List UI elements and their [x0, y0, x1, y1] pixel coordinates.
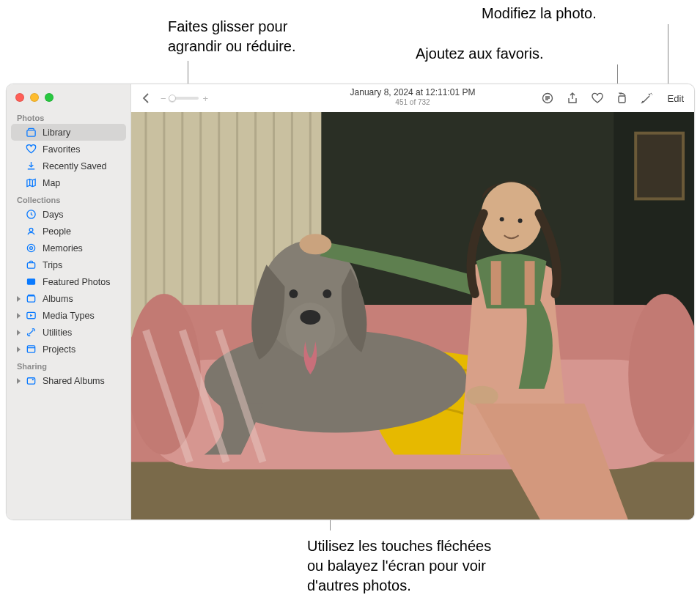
- main-content: − + January 8, 2024 at 12:11:01 PM 451 o…: [131, 84, 694, 519]
- photo-viewer[interactable]: [131, 112, 694, 519]
- zoom-slider[interactable]: [171, 97, 199, 100]
- sidebar-item-albums[interactable]: Albums: [11, 290, 126, 307]
- svg-point-37: [299, 234, 331, 254]
- favorite-button[interactable]: [590, 91, 605, 106]
- svg-rect-0: [27, 130, 35, 136]
- svg-rect-13: [619, 96, 625, 103]
- sidebar-item-library[interactable]: Library: [11, 124, 126, 141]
- svg-point-3: [30, 247, 33, 250]
- people-icon: [26, 226, 37, 237]
- shared-albums-icon: [26, 375, 37, 386]
- svg-rect-40: [525, 261, 535, 305]
- svg-point-41: [481, 182, 542, 252]
- download-icon: [26, 160, 37, 171]
- window-controls: [7, 84, 130, 109]
- library-icon: [26, 127, 37, 138]
- memories-icon: [26, 243, 37, 254]
- fullscreen-window-button[interactable]: [45, 93, 54, 102]
- sidebar-item-label: Recently Saved: [43, 161, 120, 171]
- close-window-button[interactable]: [15, 93, 24, 102]
- map-icon: [26, 177, 37, 188]
- svg-rect-5: [27, 263, 34, 269]
- back-button[interactable]: [139, 90, 155, 106]
- sidebar-item-memories[interactable]: Memories: [11, 240, 126, 256]
- sidebar-item-utilities[interactable]: Utilities: [11, 324, 126, 341]
- svg-rect-27: [635, 133, 683, 199]
- sidebar-item-label: Shared Albums: [43, 376, 120, 386]
- albums-icon: [26, 293, 37, 304]
- sidebar-item-trips[interactable]: Trips: [11, 256, 126, 273]
- callout-navigate: Utilisez les touches fléchées ou balayez…: [307, 536, 491, 596]
- sidebar-item-label: Days: [43, 210, 120, 220]
- svg-rect-9: [27, 346, 34, 352]
- sidebar-item-favorites[interactable]: Favorites: [11, 141, 126, 158]
- zoom-in-icon[interactable]: +: [203, 94, 209, 103]
- live-text-button[interactable]: [540, 91, 555, 106]
- utilities-icon: [26, 327, 37, 338]
- sidebar-item-projects[interactable]: Projects: [11, 341, 126, 358]
- toolbar: − + January 8, 2024 at 12:11:01 PM 451 o…: [131, 84, 694, 112]
- clock-icon: [26, 209, 37, 220]
- svg-rect-6: [27, 278, 35, 284]
- photo-image: [131, 112, 694, 519]
- callout-edit: Modifiez la photo.: [482, 4, 597, 23]
- sidebar-item-recently-saved[interactable]: Recently Saved: [11, 158, 126, 174]
- projects-icon: [26, 344, 37, 355]
- sidebar-item-people[interactable]: People: [11, 223, 126, 240]
- sidebar-item-shared-albums[interactable]: Shared Albums: [11, 372, 126, 389]
- heart-icon: [26, 144, 37, 155]
- sidebar: Photos Library Favorites Recently Saved …: [7, 84, 131, 519]
- rotate-button[interactable]: [615, 91, 630, 106]
- sidebar-item-label: Memories: [43, 243, 120, 254]
- sidebar-section-collections: Collections: [7, 191, 130, 206]
- svg-point-42: [500, 217, 504, 221]
- toolbar-actions: Edit: [540, 91, 687, 106]
- photo-date: January 8, 2024 at 12:11:01 PM: [350, 87, 476, 97]
- zoom-out-icon[interactable]: −: [161, 94, 166, 103]
- sidebar-item-days[interactable]: Days: [11, 206, 126, 223]
- sidebar-item-label: Library: [43, 127, 120, 138]
- sidebar-item-map[interactable]: Map: [11, 174, 126, 191]
- sidebar-item-featured-photos[interactable]: Featured Photos: [11, 273, 126, 290]
- chevron-right-icon[interactable]: [17, 347, 21, 352]
- chevron-right-icon[interactable]: [17, 313, 21, 319]
- svg-rect-39: [491, 261, 501, 305]
- sidebar-item-label: Albums: [43, 294, 120, 304]
- media-types-icon: [26, 310, 37, 321]
- sidebar-item-label: Favorites: [43, 144, 120, 155]
- callout-line: [668, 24, 668, 91]
- svg-point-34: [300, 310, 320, 325]
- svg-rect-10: [27, 378, 34, 384]
- sidebar-item-label: Media Types: [43, 311, 120, 321]
- svg-point-2: [29, 228, 33, 232]
- toolbar-title: January 8, 2024 at 12:11:01 PM 451 of 73…: [350, 87, 476, 106]
- svg-rect-7: [27, 296, 34, 302]
- svg-point-11: [32, 379, 34, 380]
- auto-enhance-button[interactable]: [640, 91, 655, 106]
- svg-point-35: [289, 289, 298, 298]
- featured-icon: [26, 276, 37, 287]
- svg-point-4: [27, 244, 34, 251]
- zoom-control: − +: [161, 94, 208, 103]
- minimize-window-button[interactable]: [30, 93, 39, 102]
- callout-zoom: Faites glisser pour agrandir ou réduire.: [168, 17, 296, 56]
- photos-app-window: Photos Library Favorites Recently Saved …: [6, 84, 695, 520]
- chevron-right-icon[interactable]: [17, 378, 21, 384]
- svg-point-43: [518, 218, 523, 223]
- zoom-slider-thumb[interactable]: [169, 95, 176, 102]
- suitcase-icon: [26, 259, 37, 270]
- sidebar-item-label: People: [43, 226, 120, 237]
- sidebar-item-label: Map: [43, 178, 120, 188]
- svg-point-38: [466, 386, 498, 407]
- chevron-right-icon[interactable]: [17, 330, 21, 336]
- sidebar-section-photos: Photos: [7, 109, 130, 124]
- photo-counter: 451 of 732: [350, 98, 476, 106]
- sidebar-item-label: Trips: [43, 260, 120, 270]
- sidebar-item-media-types[interactable]: Media Types: [11, 307, 126, 324]
- share-button[interactable]: [565, 91, 580, 106]
- edit-button[interactable]: Edit: [665, 92, 687, 106]
- sidebar-item-label: Featured Photos: [43, 277, 120, 287]
- sidebar-item-label: Utilities: [43, 328, 120, 338]
- svg-point-36: [323, 289, 331, 298]
- chevron-right-icon[interactable]: [17, 296, 21, 302]
